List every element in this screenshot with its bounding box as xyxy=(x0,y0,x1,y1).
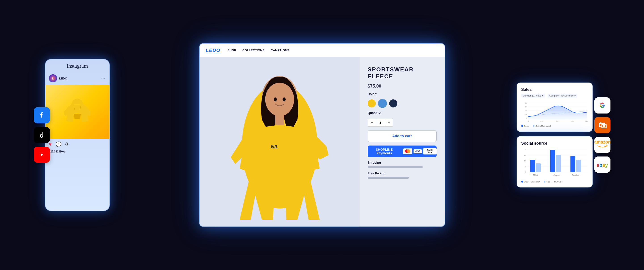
pickup-bar xyxy=(368,177,409,179)
svg-rect-42 xyxy=(536,164,541,172)
sales-chart-panel: Sales Date range: Today ▾ Compare: Previ… xyxy=(516,83,592,132)
ig-avatar: L xyxy=(49,74,57,82)
legend-period2-dot xyxy=(544,181,546,183)
legend-period1-dot xyxy=(521,181,523,183)
svg-text:ebay: ebay xyxy=(596,162,608,168)
svg-text:Facebook: Facebook xyxy=(572,174,580,176)
ebay-icon[interactable]: ebay xyxy=(594,157,610,173)
social-icons-left xyxy=(34,107,50,163)
product-image-area: NII. xyxy=(200,57,360,226)
brand-icons-right: G 🛍 amazon xyxy=(594,97,610,173)
nav-shop[interactable]: SHOP xyxy=(228,49,236,52)
svg-text:10: 10 xyxy=(525,113,527,115)
social-chart-title: Social source xyxy=(521,141,588,146)
svg-rect-10 xyxy=(275,115,284,126)
svg-text:25: 25 xyxy=(525,102,527,104)
legend-period2: 5/22 — 2024/5/23 xyxy=(544,181,563,183)
shopee-icon[interactable]: 🛍 xyxy=(594,117,610,133)
chart-filters: Date range: Today ▾ Compare: Previous da… xyxy=(521,94,588,98)
svg-point-13 xyxy=(282,97,286,101)
sales-chart-title: Sales xyxy=(521,87,588,92)
product-title: SPORTSWEAR FLEECE xyxy=(368,66,436,80)
shipping-title: Shipping xyxy=(368,161,436,164)
color-swatch-gold[interactable] xyxy=(368,99,376,107)
svg-text:5: 5 xyxy=(525,166,526,167)
tiktok-icon[interactable] xyxy=(34,127,50,143)
svg-text:18:00: 18:00 xyxy=(571,121,574,122)
bar-chart-container: 20 15 10 5 0 xyxy=(521,148,588,179)
youtube-icon[interactable] xyxy=(34,147,50,163)
ig-username: LEDO xyxy=(59,77,99,80)
svg-text:L: L xyxy=(52,77,54,80)
shopline-text: SHOPLINE Payments xyxy=(368,148,401,155)
quantity-decrease-button[interactable]: − xyxy=(368,118,376,126)
svg-text:15: 15 xyxy=(525,110,527,111)
svg-text:amazon: amazon xyxy=(594,140,610,145)
legend-period1: 5/23 — 2024/5/24 xyxy=(521,181,540,183)
svg-rect-44 xyxy=(556,155,561,172)
svg-text:24:00: 24:00 xyxy=(585,121,588,122)
svg-text:20: 20 xyxy=(524,149,526,151)
svg-point-15 xyxy=(407,149,410,153)
pickup-title: Free Pickup xyxy=(368,172,436,175)
svg-text:🛍: 🛍 xyxy=(598,121,607,130)
instagram-panel: Instagram L LEDO ··· xyxy=(45,59,110,211)
right-panels: Sales Date range: Today ▾ Compare: Previ… xyxy=(516,83,592,188)
ig-product-image xyxy=(46,85,109,139)
model-image: NII. xyxy=(200,57,360,226)
nav-campaigns[interactable]: CAMPAIGNS xyxy=(271,49,289,52)
pickup-section: Free Pickup xyxy=(368,172,436,179)
color-swatches xyxy=(368,99,436,107)
svg-text:Tiktok: Tiktok xyxy=(533,174,538,176)
visa-icon: VISA xyxy=(414,149,422,153)
ig-likes: 926,322 likes xyxy=(46,150,109,155)
nav-bar: LEDO SHOP COLLECTIONS CAMPAIGNS xyxy=(200,44,444,57)
legend-compare: Sales (Compare) xyxy=(533,125,551,127)
amazon-icon[interactable]: amazon xyxy=(594,137,610,153)
social-chart-panel: Social source 20 15 10 5 0 xyxy=(516,136,592,188)
product-price: $75.00 xyxy=(368,83,436,89)
ig-actions: ♥ 💬 ✈ xyxy=(46,139,109,150)
svg-text:10: 10 xyxy=(524,160,526,162)
svg-rect-45 xyxy=(570,156,576,172)
color-label: Color: xyxy=(368,92,436,96)
nav-collections[interactable]: COLLECTIONS xyxy=(242,49,264,52)
shipping-section: Shipping xyxy=(368,161,436,168)
date-range-filter[interactable]: Date range: Today ▾ xyxy=(521,94,545,98)
shopline-payment-button[interactable]: SHOPLINE Payments VISA Apple Pay xyxy=(368,146,436,157)
browser-window: LEDO SHOP COLLECTIONS CAMPAIGNS xyxy=(199,43,445,227)
svg-point-12 xyxy=(274,97,277,101)
svg-text:NII.: NII. xyxy=(271,144,278,150)
color-swatch-navy[interactable] xyxy=(389,99,397,107)
svg-rect-41 xyxy=(530,160,535,172)
hoodie-image xyxy=(62,94,93,130)
quantity-increase-button[interactable]: + xyxy=(385,118,393,126)
svg-rect-46 xyxy=(576,160,581,172)
ig-share-icon[interactable]: ✈ xyxy=(65,142,69,147)
google-icon[interactable]: G xyxy=(594,97,610,113)
sales-chart-area: 25 20 15 10 5 xyxy=(521,101,588,123)
svg-text:15: 15 xyxy=(524,155,526,156)
svg-text:5: 5 xyxy=(526,117,526,119)
quantity-label: Quantity: xyxy=(368,111,436,115)
svg-text:12:00: 12:00 xyxy=(556,121,559,122)
color-swatch-blue[interactable] xyxy=(378,99,386,107)
compare-filter[interactable]: Compare: Previous date ▾ xyxy=(548,94,578,98)
facebook-icon[interactable] xyxy=(34,107,50,123)
svg-text:6:00: 6:00 xyxy=(540,121,542,122)
quantity-controls: − 1 + xyxy=(368,118,393,127)
mastercard-icon xyxy=(403,149,412,154)
nav-logo[interactable]: LEDO xyxy=(206,47,220,53)
social-chart-legend: 5/23 — 2024/5/24 5/22 — 2024/5/23 xyxy=(521,181,588,183)
svg-point-9 xyxy=(265,83,294,116)
ig-header: Instagram xyxy=(46,59,109,73)
svg-rect-54 xyxy=(594,137,610,153)
svg-text:Instagram: Instagram xyxy=(552,174,560,176)
add-to-cart-button[interactable]: Add to cart xyxy=(368,130,436,142)
payment-icons: VISA Apple Pay xyxy=(403,148,436,155)
ig-more-icon[interactable]: ··· xyxy=(101,76,106,80)
svg-text:0:00: 0:00 xyxy=(527,121,529,122)
ig-comment-icon[interactable]: 💬 xyxy=(56,142,62,147)
ig-profile: L LEDO ··· xyxy=(46,73,109,85)
main-scene: Instagram L LEDO ··· xyxy=(32,12,613,258)
